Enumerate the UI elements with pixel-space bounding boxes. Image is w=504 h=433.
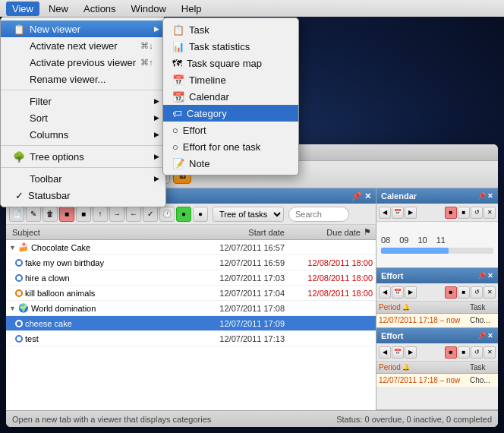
task-subject: ▼ 🌍 World domination [6,303,189,313]
effort-1-title: Effort [381,271,403,280]
tree-options-label: Tree options [30,151,84,163]
sort-icon [13,112,25,124]
table-row[interactable]: hire a clown 12/07/2011 17:03 12/08/2011… [6,270,376,286]
toolbar-menu-icon [13,172,25,185]
sub-item-note[interactable]: 📝 Note [163,155,298,172]
sub-item-task-square[interactable]: 🗺 Task square map [163,55,298,71]
eff2-task-header: Task [468,363,498,371]
calendar-close[interactable]: ✕ [487,192,493,200]
task-list: ▼ 🍰 Chocolate Cake 12/07/2011 16:57 fake… [6,240,376,410]
tasks-tb-outdent[interactable]: ← [126,207,141,222]
tasks-tb-task1[interactable]: ■ [59,207,74,222]
tasks-tb-delete[interactable]: 🗑 [43,207,58,222]
sub-item-calendar[interactable]: 📆 Calendar [163,88,298,105]
tasks-tb-task2[interactable]: ■ [76,207,91,222]
effort-2-close[interactable]: ✕ [487,332,493,340]
eff2-tb-btn2[interactable]: 📅 [392,346,404,359]
sub-item-category[interactable]: 🏷 Category [163,105,298,122]
table-row[interactable]: kill balloon animals 12/07/2011 17:04 12… [6,286,376,301]
tasks-tb-move[interactable]: ↑ [93,207,108,222]
eff2-tb-btn7[interactable]: ✕ [484,346,496,359]
cal-tb-btn3[interactable]: ▶ [405,207,417,219]
tasks-tb-check[interactable]: ✓ [143,207,158,222]
cal-tb-btn7[interactable]: ✕ [484,207,496,219]
tasks-tb-indent[interactable]: → [109,207,124,222]
table-row[interactable]: test 12/07/2011 17:13 [6,331,376,346]
eff2-tb-btn5[interactable]: ■ [458,346,470,359]
effort-1-row[interactable]: 12/07/2011 17:18 – now Cho... [376,314,498,327]
cal-tb-btn4[interactable]: ■ [445,207,457,219]
task-status-icon [15,289,23,297]
eff2-task-value: Cho... [468,376,498,384]
effort-1-controls: 📌 ✕ [477,272,493,280]
eff1-tb-btn3[interactable]: ▶ [405,286,417,299]
note-icon: 📝 [172,158,184,169]
menu-window[interactable]: Window [125,2,172,16]
eff2-tb-btn1[interactable]: ◀ [379,346,391,359]
eff1-tb-btn2[interactable]: 📅 [392,286,404,299]
eff2-tb-btn3[interactable]: ▶ [405,346,417,359]
sub-item-timeline[interactable]: 📅 Timeline [163,71,298,88]
eff1-tb-btn6[interactable]: ↺ [471,286,483,299]
cal-tb-btn2[interactable]: 📅 [392,207,404,219]
tasks-panel: Tasks 📌 ✕ 📄 ✎ 🗑 ■ ■ ↑ → ← ✓ 🕐 ● ● [6,188,376,410]
calendar-numbers: 08 09 10 11 [381,235,493,245]
tasks-tb-new[interactable]: 📄 [9,207,24,222]
table-row[interactable]: ▼ 🌍 World domination 12/07/2011 17:08 [6,301,376,316]
table-row[interactable]: ▼ 🍰 Chocolate Cake 12/07/2011 16:57 [6,240,376,255]
rename-icon [13,73,25,85]
menu-actions[interactable]: Actions [77,2,122,16]
menu-item-activate-prev[interactable]: Activate previous viewer ⌘↑ [1,54,165,71]
task-start-date: 12/07/2011 17:09 [189,319,288,328]
menu-view[interactable]: View [6,2,39,16]
task-start-date: 12/07/2011 17:08 [189,304,288,313]
sub-item-task-stats[interactable]: 📊 Task statistics [163,38,298,55]
task-due-date: 12/08/2011 18:00 [288,289,376,298]
collapse-icon[interactable]: ▼ [9,305,16,312]
table-row[interactable]: cheese cake 12/07/2011 17:09 [6,316,376,331]
menu-item-toolbar[interactable]: Toolbar [1,170,165,187]
eff1-tb-btn1[interactable]: ◀ [379,286,391,299]
effort-section-2: Effort 📌 ✕ ◀ 📅 ▶ ■ ■ ↺ ✕ [376,328,498,410]
menu-item-sort[interactable]: Sort [1,109,165,126]
cal-num-4: 11 [436,235,446,245]
cal-tb-btn1[interactable]: ◀ [379,207,391,219]
tasks-tb-green[interactable]: ● [176,207,191,222]
menu-item-filter[interactable]: Filter [1,93,165,109]
sub-item-task[interactable]: 📋 Task [163,21,298,38]
menu-item-tree-options[interactable]: 🌳 Tree options [1,148,165,165]
tasks-tb-dot[interactable]: ● [193,207,208,222]
sub-item-effort[interactable]: ○ Effort [163,122,298,138]
calendar-pin[interactable]: 📌 [477,192,486,200]
cal-tb-btn6[interactable]: ↺ [471,207,483,219]
tasks-tb-clock[interactable]: 🕐 [159,207,175,222]
table-row[interactable]: fake my own birthday 12/07/2011 16:59 12… [6,255,376,270]
eff1-tb-btn7[interactable]: ✕ [484,286,496,299]
effort-1-pin[interactable]: 📌 [477,272,486,280]
search-input[interactable] [288,207,349,222]
menu-item-new-viewer[interactable]: 📋 New viewer [1,21,165,37]
menu-item-columns[interactable]: Columns [1,126,165,143]
effort-2-header: Effort 📌 ✕ [376,328,498,343]
activate-prev-icon [13,56,25,68]
tree-selector[interactable]: Tree of tasks List of tasks [213,207,284,222]
tasks-panel-close[interactable]: ✕ [364,191,371,201]
collapse-icon[interactable]: ▼ [9,244,16,251]
tasks-panel-pin[interactable]: 📌 [351,191,362,201]
menu-item-activate-next[interactable]: Activate next viewer ⌘↓ [1,37,165,54]
eff2-tb-btn4[interactable]: ■ [445,346,457,359]
effort-2-row[interactable]: 12/07/2011 17:18 – now Cho... [376,374,498,387]
eff1-tb-btn5[interactable]: ■ [458,286,470,299]
effort-1-close[interactable]: ✕ [487,272,493,280]
cal-tb-btn5[interactable]: ■ [458,207,470,219]
menu-item-rename[interactable]: Rename viewer... [1,71,165,87]
menu-help[interactable]: Help [175,2,208,16]
sub-item-effort-one[interactable]: ○ Effort for one task [163,138,298,155]
menu-new[interactable]: New [43,2,74,16]
effort-2-pin[interactable]: 📌 [477,332,486,340]
eff1-tb-btn4[interactable]: ■ [445,286,457,299]
menu-item-statusbar[interactable]: ✓ Statusbar [1,187,165,204]
eff2-period-header: Period 🔔 [376,363,468,371]
eff2-tb-btn6[interactable]: ↺ [471,346,483,359]
tasks-tb-edit[interactable]: ✎ [26,207,41,222]
